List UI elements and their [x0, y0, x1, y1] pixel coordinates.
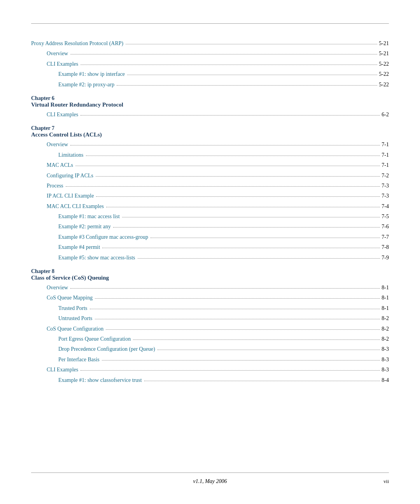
- toc-entry-ch8-ex1[interactable]: Example #1: show classofservice trust8-4: [31, 376, 389, 385]
- toc-entry-label-ch7-ip-acl-cli: IP ACL CLI Example: [47, 192, 94, 200]
- toc-entry-label-proxy-arp-overview: Overview: [47, 49, 68, 58]
- toc-entry-ch8-untrusted[interactable]: Untrusted Ports8-2: [31, 314, 389, 323]
- dot-leader-ch7-ip-acl-cli: [96, 196, 380, 197]
- dot-leader-ch7-ex2: [113, 227, 380, 228]
- toc-entry-label-proxy-arp-ex1: Example #1: show ip interface: [58, 70, 125, 79]
- dot-leader-ch8-drop-prec: [158, 350, 380, 350]
- toc-entry-ch8-port-egress[interactable]: Port Egress Queue Configuration8-2: [31, 335, 389, 343]
- toc-entry-label-ch7-process: Process: [47, 182, 63, 190]
- toc-entry-page-proxy-arp-ex1: 5-22: [379, 70, 389, 79]
- dot-leader-ch8-port-egress: [133, 340, 380, 340]
- dot-leader-ch8-untrusted: [95, 319, 380, 319]
- toc-container: Proxy Address Resolution Protocol (ARP)5…: [31, 39, 389, 385]
- toc-entry-proxy-arp-overview[interactable]: Overview5-21: [31, 49, 389, 58]
- toc-entry-ch7-mac-acl-cli[interactable]: MAC ACL CLI Examples7-4: [31, 202, 389, 211]
- toc-entry-page-ch7-mac-acls: 7-1: [382, 161, 389, 170]
- toc-entry-page-ch6-cli: 6-2: [382, 110, 389, 119]
- toc-entry-label-ch7-ex4: Example #4 permit: [58, 243, 100, 252]
- toc-entry-ch7-limitations[interactable]: Limitations7-1: [31, 151, 389, 159]
- dot-leader-ch7-ex4: [102, 248, 380, 248]
- toc-entry-label-ch7-ex3: Example #3 Configure mac access-group: [58, 233, 148, 242]
- page: Proxy Address Resolution Protocol (ARP)5…: [0, 0, 420, 504]
- toc-entry-label-ch8-per-iface: Per Interface Basis: [58, 355, 100, 364]
- toc-entry-label-proxy-arp-ex2: Example #2: ip proxy-arp: [58, 80, 114, 89]
- toc-entry-label-ch7-ex2: Example #2: permit any: [58, 222, 111, 231]
- dot-leader-proxy-arp: [126, 44, 377, 44]
- dot-leader-proxy-arp-ex2: [117, 85, 377, 86]
- toc-entry-page-ch7-mac-acl-cli: 7-4: [382, 202, 389, 211]
- toc-entry-label-ch6-cli: CLI Examples: [47, 110, 78, 119]
- toc-entry-page-ch7-limitations: 7-1: [382, 151, 389, 159]
- toc-entry-label-ch8-cli: CLI Examples: [47, 366, 78, 374]
- toc-entry-proxy-arp-ex2[interactable]: Example #2: ip proxy-arp5-22: [31, 80, 389, 89]
- toc-entry-page-ch8-ex1: 8-4: [382, 376, 389, 385]
- chapter-label-ch8-label: Chapter 8: [31, 268, 389, 275]
- toc-entry-ch6-cli[interactable]: CLI Examples6-2: [31, 110, 389, 119]
- toc-entry-label-ch7-mac-acls: MAC ACLs: [47, 161, 73, 170]
- toc-entry-ch7-ex5[interactable]: Example #5: show mac access-lists7-9: [31, 254, 389, 262]
- dot-leader-ch7-config-ip: [96, 176, 380, 177]
- toc-entry-ch7-mac-acls[interactable]: MAC ACLs7-1: [31, 161, 389, 170]
- toc-entry-page-ch7-ip-acl-cli: 7-3: [382, 192, 389, 200]
- toc-entry-page-proxy-arp: 5-21: [379, 39, 389, 48]
- toc-entry-label-ch7-ex1: Example #1: mac access list: [58, 212, 120, 221]
- chapter-title-ch6-title: Virtual Router Redundancy Protocol: [31, 102, 389, 108]
- toc-entry-ch7-ex1[interactable]: Example #1: mac access list7-5: [31, 212, 389, 221]
- toc-entry-page-ch7-process: 7-3: [382, 182, 389, 190]
- top-rule: [31, 23, 389, 24]
- dot-leader-ch8-ex1: [144, 381, 380, 381]
- toc-entry-page-ch7-ex1: 7-5: [382, 212, 389, 221]
- dot-leader-proxy-arp-cli: [80, 65, 377, 65]
- dot-leader-proxy-arp-ex1: [127, 75, 377, 75]
- dot-leader-ch7-mac-acls: [75, 166, 380, 166]
- dot-leader-ch8-overview: [70, 288, 380, 289]
- toc-entry-ch7-ex2[interactable]: Example #2: permit any7-6: [31, 222, 389, 231]
- dot-leader-ch7-ex3: [150, 238, 380, 238]
- dot-leader-ch7-ex1: [122, 217, 380, 217]
- dot-leader-ch7-mac-acl-cli: [106, 207, 380, 207]
- toc-entry-page-ch7-ex5: 7-9: [382, 254, 389, 262]
- toc-entry-ch8-drop-prec[interactable]: Drop Precedence Configuration (per Queue…: [31, 345, 389, 354]
- toc-entry-ch7-ex4[interactable]: Example #4 permit7-8: [31, 243, 389, 252]
- toc-entry-ch7-ex3[interactable]: Example #3 Configure mac access-group7-7: [31, 233, 389, 242]
- dot-leader-ch8-cos-queue: [95, 298, 380, 299]
- toc-entry-proxy-arp[interactable]: Proxy Address Resolution Protocol (ARP)5…: [31, 39, 389, 48]
- toc-entry-label-ch8-overview: Overview: [47, 284, 68, 292]
- toc-entry-ch8-cli[interactable]: CLI Examples8-3: [31, 366, 389, 374]
- toc-entry-label-ch8-port-egress: Port Egress Queue Configuration: [58, 335, 131, 343]
- toc-entry-ch7-overview[interactable]: Overview7-1: [31, 140, 389, 149]
- toc-entry-proxy-arp-cli[interactable]: CLI Examples5-22: [31, 60, 389, 68]
- toc-entry-ch8-cos-queue[interactable]: CoS Queue Mapping8-1: [31, 294, 389, 302]
- toc-entry-ch7-process[interactable]: Process7-3: [31, 182, 389, 190]
- toc-entry-page-ch8-cos-queue: 8-1: [382, 294, 389, 302]
- toc-entry-ch8-overview[interactable]: Overview8-1: [31, 284, 389, 292]
- toc-entry-label-proxy-arp: Proxy Address Resolution Protocol (ARP): [31, 39, 123, 48]
- toc-entry-ch8-trusted[interactable]: Trusted Ports8-1: [31, 304, 389, 313]
- dot-leader-ch8-per-iface: [102, 360, 380, 360]
- dot-leader-ch7-limitations: [86, 156, 380, 156]
- toc-entry-page-ch8-overview: 8-1: [382, 284, 389, 292]
- toc-entry-page-ch7-ex2: 7-6: [382, 222, 389, 231]
- dot-leader-ch7-ex5: [138, 258, 380, 259]
- dot-leader-ch8-cli: [80, 370, 380, 371]
- toc-entry-ch8-per-iface[interactable]: Per Interface Basis8-3: [31, 355, 389, 364]
- toc-entry-ch7-ip-acl-cli[interactable]: IP ACL CLI Example7-3: [31, 192, 389, 200]
- toc-entry-page-ch8-per-iface: 8-3: [382, 355, 389, 364]
- toc-entry-ch7-config-ip[interactable]: Configuring IP ACLs7-2: [31, 172, 389, 180]
- toc-entry-page-ch7-ex4: 7-8: [382, 243, 389, 252]
- toc-entry-page-ch8-untrusted: 8-2: [382, 314, 389, 323]
- toc-entry-label-ch8-untrusted: Untrusted Ports: [58, 314, 93, 323]
- toc-entry-ch8-cos-config[interactable]: CoS Queue Configuration8-2: [31, 325, 389, 333]
- toc-entry-label-ch7-ex5: Example #5: show mac access-lists: [58, 254, 135, 262]
- footer-page-number: vii: [383, 478, 389, 485]
- toc-entry-label-proxy-arp-cli: CLI Examples: [47, 60, 78, 68]
- toc-entry-proxy-arp-ex1[interactable]: Example #1: show ip interface5-22: [31, 70, 389, 79]
- toc-entry-label-ch7-config-ip: Configuring IP ACLs: [47, 172, 93, 180]
- toc-entry-label-ch7-limitations: Limitations: [58, 151, 84, 159]
- chapter-title-ch8-title: Class of Service (CoS) Queuing: [31, 275, 389, 281]
- toc-entry-label-ch8-drop-prec: Drop Precedence Configuration (per Queue…: [58, 345, 155, 354]
- chapter-title-ch7-title: Access Control Lists (ACLs): [31, 131, 389, 138]
- chapter-label-ch6-label: Chapter 6: [31, 95, 389, 102]
- toc-entry-page-proxy-arp-ex2: 5-22: [379, 80, 389, 89]
- dot-leader-ch6-cli: [80, 115, 380, 116]
